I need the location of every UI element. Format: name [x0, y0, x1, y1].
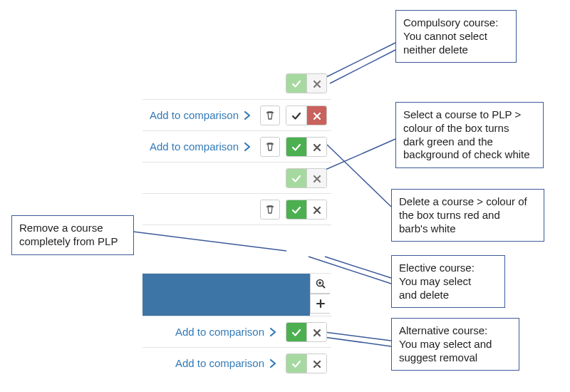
- chevron-right-icon: [267, 326, 277, 338]
- row-divider: [142, 225, 331, 237]
- check-icon[interactable]: [286, 200, 306, 220]
- trash-icon: [264, 204, 276, 215]
- row-alternative: Add to comparison: [142, 347, 331, 378]
- callout-compulsory: Compulsory course: You cannot select nei…: [395, 10, 517, 63]
- select-delete-toggle[interactable]: [286, 105, 327, 125]
- plus-icon: [315, 298, 326, 309]
- remove-from-plp-button[interactable]: [260, 200, 280, 220]
- course-rows-alternative: Add to comparison Add to comparison: [142, 316, 331, 378]
- remove-from-plp-button[interactable]: [260, 105, 280, 125]
- link-label: Add to comparison: [150, 109, 239, 121]
- link-label: Add to comparison: [175, 357, 264, 369]
- check-icon[interactable]: [286, 323, 306, 342]
- check-icon[interactable]: [286, 354, 306, 373]
- row-selected: Add to comparison: [142, 130, 331, 162]
- remove-from-plp-button[interactable]: [260, 137, 280, 157]
- select-delete-toggle[interactable]: [286, 200, 327, 220]
- course-rows: Add to comparison Add to comparison: [142, 68, 331, 237]
- x-icon[interactable]: [306, 200, 326, 220]
- trash-icon: [264, 110, 276, 121]
- chevron-right-icon: [242, 110, 252, 121]
- highlighted-row: [142, 273, 331, 316]
- callout-alternative: Alternative course: You may select and s…: [391, 318, 519, 371]
- svg-line-8: [325, 332, 391, 341]
- callout-elective: Elective course: You may select and dele…: [391, 255, 505, 308]
- chevron-right-icon: [242, 141, 252, 153]
- check-icon: [286, 74, 306, 93]
- select-delete-toggle[interactable]: [286, 322, 327, 342]
- add-to-comparison-link[interactable]: Add to comparison: [175, 357, 277, 369]
- callout-remove: Remove a course completely from PLP: [11, 215, 134, 255]
- check-icon: [286, 169, 306, 188]
- x-icon: [306, 169, 326, 188]
- add-button[interactable]: [310, 294, 330, 314]
- add-to-comparison-link[interactable]: Add to comparison: [175, 326, 277, 338]
- highlighted-row-controls: [310, 274, 331, 316]
- chevron-right-icon: [267, 358, 277, 369]
- x-icon: [306, 74, 326, 93]
- trash-icon: [264, 141, 276, 153]
- svg-line-1: [322, 43, 395, 79]
- zoom-in-icon: [315, 278, 326, 289]
- row-compulsory: [142, 162, 331, 193]
- check-icon[interactable]: [286, 138, 306, 157]
- row-compulsory: [142, 68, 331, 99]
- select-delete-toggle: [286, 168, 327, 188]
- add-to-comparison-link[interactable]: Add to comparison: [150, 140, 252, 153]
- select-delete-toggle[interactable]: [286, 137, 327, 157]
- x-icon[interactable]: [306, 106, 326, 125]
- select-delete-toggle[interactable]: [286, 354, 327, 373]
- callout-delete: Delete a course > colour of the box turn…: [391, 189, 544, 242]
- annotated-diagram: Add to comparison Add to comparison: [0, 0, 570, 392]
- zoom-in-button[interactable]: [310, 274, 330, 294]
- row-elective: [142, 193, 331, 225]
- row-marked-for-delete: Add to comparison: [142, 99, 331, 130]
- check-icon[interactable]: [286, 106, 306, 125]
- select-delete-toggle: [286, 73, 327, 93]
- x-icon[interactable]: [306, 354, 326, 373]
- add-to-comparison-link[interactable]: Add to comparison: [150, 109, 252, 121]
- svg-line-6: [325, 257, 391, 278]
- link-label: Add to comparison: [175, 326, 264, 338]
- link-label: Add to comparison: [150, 140, 239, 153]
- svg-line-4: [327, 145, 391, 207]
- row-alternative: Add to comparison: [142, 316, 331, 347]
- callout-select: Select a course to PLP > colour of the b…: [395, 102, 544, 168]
- svg-line-2: [330, 50, 395, 83]
- x-icon[interactable]: [306, 138, 326, 157]
- x-icon[interactable]: [306, 323, 326, 342]
